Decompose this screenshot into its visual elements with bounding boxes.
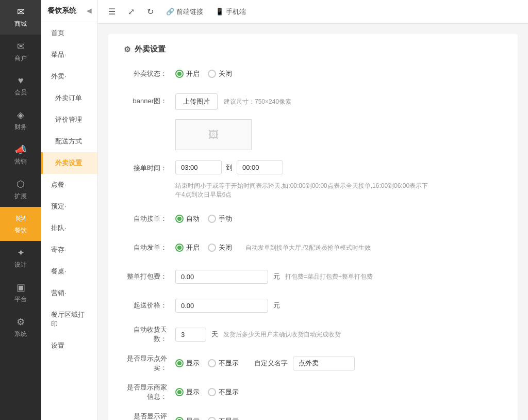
content-area: ⚙ 外卖设置 外卖状态： 开启 关闭 b xyxy=(98,24,528,420)
custom-name-input[interactable] xyxy=(293,357,355,370)
sidebar-item-area-print[interactable]: 餐厅区域打印 xyxy=(41,304,97,335)
show-comment-on-radio[interactable] xyxy=(175,417,184,420)
collapse-icon[interactable]: ◀ xyxy=(87,7,91,14)
auto-send-off-radio[interactable] xyxy=(208,244,216,252)
show-takeout-radio-group: 显示 不显示 xyxy=(175,359,239,368)
sidebar-item-storage[interactable]: 寄存· xyxy=(41,239,97,261)
topbar: ☰ ⤢ ↻ 🔗 前端链接 📱 手机端 xyxy=(98,0,528,24)
takeout-status-label: 外卖状态： xyxy=(124,69,175,78)
packing-fee-input[interactable] xyxy=(175,270,268,284)
auto-accept-auto-option[interactable]: 自动 xyxy=(175,214,200,223)
sidebar-item-takeout[interactable]: 外卖· xyxy=(41,66,97,87)
mall-icon: ✉ xyxy=(17,6,25,18)
banner-row: banner图： 上传图片 建议尺寸：750×240像素 🖼 xyxy=(124,93,502,150)
auto-send-on-option[interactable]: 开启 xyxy=(175,243,200,252)
min-order-row: 起送价格： 元 xyxy=(124,296,502,315)
expand-icon[interactable]: ⤢ xyxy=(128,7,135,17)
accept-time-start-input[interactable] xyxy=(175,160,222,174)
sidebar-label-mall: 商城 xyxy=(14,20,27,28)
show-comment-off-option[interactable]: 不显示 xyxy=(208,416,239,420)
show-comment-off-radio[interactable] xyxy=(208,417,216,420)
sidebar-item-finance[interactable]: ◈ 财务 xyxy=(0,103,41,138)
show-takeout-on-option[interactable]: 显示 xyxy=(175,359,200,368)
sidebar-item-table[interactable]: 餐桌· xyxy=(41,261,97,282)
sidebar-label-marketing: 营销 xyxy=(14,157,27,166)
sidebar-item-order[interactable]: 点餐· xyxy=(41,174,97,196)
page-card: ⚙ 外卖设置 外卖状态： 开启 关闭 b xyxy=(108,34,518,420)
show-comment-control: 显示 不显示 xyxy=(175,416,239,420)
sidebar-item-takeout-order[interactable]: 外卖订单 xyxy=(41,87,97,109)
sidebar-item-settings[interactable]: 设置 xyxy=(41,335,97,357)
sidebar-item-design[interactable]: ✦ 设计 xyxy=(0,241,41,276)
show-merchant-on-option[interactable]: 显示 xyxy=(175,387,200,397)
mobile-link[interactable]: 📱 手机端 xyxy=(216,7,246,17)
second-sidebar-title: 餐饮系统 ◀ xyxy=(41,0,97,22)
sidebar-item-marketing[interactable]: 📣 营销 xyxy=(0,138,41,172)
time-to-text: 到 xyxy=(226,163,233,172)
merchant-icon: ✉ xyxy=(17,41,25,52)
design-icon: ✦ xyxy=(17,247,25,259)
sidebar-item-dishes[interactable]: 菜品· xyxy=(41,44,97,66)
mobile-icon: 📱 xyxy=(216,8,224,15)
custom-name-label: 自定义名字 xyxy=(254,359,288,368)
frontend-link[interactable]: 🔗 前端链接 xyxy=(166,7,203,17)
status-off-option[interactable]: 关闭 xyxy=(208,69,232,78)
second-sidebar: 餐饮系统 ◀ 首页 菜品· 外卖· 外卖订单 评价管理 配送方式 外卖设置 点餐… xyxy=(41,0,98,420)
sidebar-item-mktg[interactable]: 营销· xyxy=(41,282,97,304)
show-merchant-on-radio[interactable] xyxy=(175,388,184,396)
auto-receive-control: 天 发货后多少天用户未确认收货自动完成收货 xyxy=(175,328,341,342)
platform-icon: ▣ xyxy=(16,282,25,293)
show-takeout-on-radio[interactable] xyxy=(175,359,184,367)
auto-accept-manual-option[interactable]: 手动 xyxy=(208,214,232,223)
sidebar-item-takeout-settings[interactable]: 外卖设置 xyxy=(41,152,97,174)
auto-send-control: 开启 关闭 自动发单到接单大厅,仅配送员抢单模式时生效 xyxy=(175,243,371,252)
show-merchant-off-option[interactable]: 不显示 xyxy=(208,387,239,397)
sidebar-item-member[interactable]: ♥ 会员 xyxy=(0,69,41,103)
auto-accept-manual-radio[interactable] xyxy=(208,215,216,223)
show-merchant-label: 是否显示商家信息： xyxy=(124,383,175,401)
auto-accept-auto-radio[interactable] xyxy=(175,215,184,223)
menu-toggle-icon[interactable]: ☰ xyxy=(108,7,116,17)
catering-icon: 🍽 xyxy=(16,213,25,224)
member-icon: ♥ xyxy=(18,75,24,86)
sidebar-item-reservation[interactable]: 预定· xyxy=(41,196,97,217)
auto-accept-control: 自动 手动 xyxy=(175,214,232,223)
sidebar-item-home[interactable]: 首页 xyxy=(41,22,97,44)
show-takeout-row: 是否显示点外卖： 显示 不显示 自定义名字 xyxy=(124,354,502,373)
refresh-icon[interactable]: ↻ xyxy=(147,7,154,17)
upload-banner-button[interactable]: 上传图片 xyxy=(175,93,218,110)
accept-time-end-input[interactable] xyxy=(237,160,283,174)
auto-send-on-radio[interactable] xyxy=(175,244,184,252)
settings-icon: ⚙ xyxy=(124,45,130,54)
min-order-control: 元 xyxy=(175,299,280,313)
banner-label: banner图： xyxy=(124,93,175,106)
sidebar-item-mall[interactable]: ✉ 商城 xyxy=(0,0,41,35)
auto-receive-input[interactable] xyxy=(175,328,206,342)
show-merchant-off-radio[interactable] xyxy=(208,388,216,396)
sidebar-item-comment[interactable]: 评价管理 xyxy=(41,109,97,131)
status-on-option[interactable]: 开启 xyxy=(175,69,200,78)
auto-accept-label: 自动接单： xyxy=(124,214,175,223)
min-order-input[interactable] xyxy=(175,299,268,313)
sidebar-item-platform[interactable]: ▣ 平台 xyxy=(0,276,41,310)
banner-preview: 🖼 xyxy=(175,119,252,150)
packing-fee-control: 元 打包费=菜品打包费+整单打包费 xyxy=(175,270,373,284)
status-off-radio[interactable] xyxy=(208,70,216,78)
sidebar-item-queue[interactable]: 排队· xyxy=(41,217,97,239)
sidebar-item-catering[interactable]: 🍽 餐饮 xyxy=(0,207,41,241)
sidebar-item-merchant[interactable]: ✉ 商户 xyxy=(0,35,41,69)
accept-time-label: 接单时间： xyxy=(124,160,175,173)
broken-image-icon: 🖼 xyxy=(208,129,219,141)
auto-send-note: 自动发单到接单大厅,仅配送员抢单模式时生效 xyxy=(245,244,371,252)
show-takeout-off-option[interactable]: 不显示 xyxy=(208,359,239,368)
sidebar-item-system[interactable]: ⚙ 系统 xyxy=(0,310,41,345)
show-merchant-row: 是否显示商家信息： 显示 不显示 xyxy=(124,383,502,401)
auto-receive-row: 自动收货天数： 天 发货后多少天用户未确认收货自动完成收货 xyxy=(124,325,502,344)
status-on-radio[interactable] xyxy=(175,70,184,78)
sidebar-item-extension[interactable]: ⬡ 扩展 xyxy=(0,172,41,207)
auto-send-off-option[interactable]: 关闭 xyxy=(208,243,232,252)
sidebar-item-delivery[interactable]: 配送方式 xyxy=(41,131,97,152)
sidebar-label-system: 系统 xyxy=(14,330,27,338)
show-comment-on-option[interactable]: 显示 xyxy=(175,416,200,420)
show-takeout-off-radio[interactable] xyxy=(208,359,216,367)
